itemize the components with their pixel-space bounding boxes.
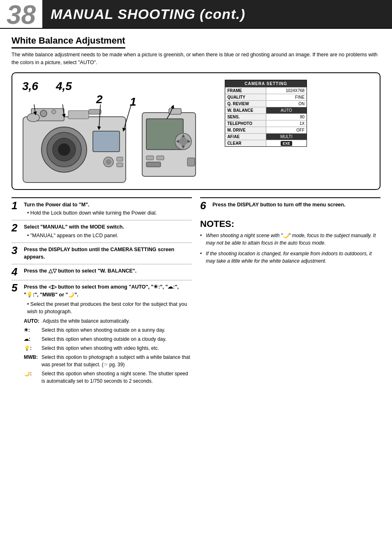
settings-label-quality: QUALITY: [225, 94, 266, 100]
svg-point-6: [58, 143, 70, 156]
page-number: 38: [0, 0, 42, 28]
settings-row-sens: SENS. 80: [225, 113, 307, 120]
option-mwb-text: Select this opotion to photograph a subj…: [42, 354, 192, 368]
settings-value-quality: FINE: [266, 94, 307, 100]
step-5-num: 5: [12, 282, 21, 385]
svg-rect-11: [117, 163, 123, 167]
settings-label-clear: CLEAR: [225, 140, 266, 146]
step-6: 6 Press the DISPLAY button to turn off t…: [200, 197, 380, 214]
option-night-text: Select this opotion when shooting a nigh…: [42, 370, 192, 385]
steps-right: 6 Press the DISPLAY button to turn off t…: [200, 197, 380, 388]
step-label-36: 3,6: [22, 80, 38, 93]
settings-label-telephoto: TELEPHOTO: [225, 120, 266, 127]
step-2-content: Select "MANUAL" with the MODE switch. "M…: [24, 223, 192, 240]
step-1-main: Turn the Power dial to "M".: [24, 202, 90, 208]
page-title: MANUAL SHOOTING (cont.): [42, 0, 392, 28]
step-1-num: 1: [12, 200, 21, 217]
settings-row-frame: FRAME 1024X768: [225, 87, 307, 94]
option-sunny-label: ☀:: [24, 326, 38, 334]
notes-title: NOTES:: [200, 219, 380, 229]
step-3: 3 Press the DISPLAY button until the CAM…: [12, 243, 192, 264]
settings-value-clear: EXE: [266, 140, 307, 146]
settings-value-qreview: ON: [266, 101, 307, 107]
step-4-main: Press the △▽ button to select "W. BALANC…: [24, 268, 136, 274]
option-light-text: Select this option when shooting with vi…: [42, 344, 192, 352]
svg-point-9: [106, 159, 111, 165]
step-1-sub-1: Hold the Lock button down while turning …: [27, 209, 192, 217]
note-1: When shooting a night scene with "🌙" mod…: [200, 232, 380, 247]
settings-value-wbalance: AUTO: [266, 107, 307, 113]
step-label-45: 4,5: [56, 80, 72, 93]
option-light: 💡: Select this option when shooting with…: [24, 344, 192, 352]
camera-settings-table: CAMERA SETTING FRAME 1024X768 QUALITY FI…: [225, 80, 307, 147]
option-auto-text: Adjusts the white balance automatically.: [43, 317, 192, 325]
step-2-num: 2: [12, 222, 21, 240]
settings-row-mdrive: M. DRIVE OFF: [225, 127, 307, 133]
step-4-content: Press the △▽ button to select "W. BALANC…: [24, 267, 192, 277]
option-cloudy: ☁: Select this option when shooting outs…: [24, 335, 192, 343]
option-night: 🌙: Select this opotion when shooting a n…: [24, 370, 192, 385]
settings-label-wbalance: W. BALANCE: [225, 107, 266, 113]
settings-label-qreview: Q. REVIEW: [225, 101, 266, 107]
diagram-right: CAMERA SETTING FRAME 1024X768 QUALITY FI…: [225, 80, 373, 147]
step-5-sub-1: Select the preset that produces the best…: [27, 300, 192, 316]
option-sunny: ☀: Select this option when shooting outs…: [24, 326, 192, 334]
notes-section: NOTES: When shooting a night scene with …: [200, 219, 380, 265]
svg-rect-31: [187, 158, 195, 166]
step-3-content: Press the DISPLAY button until the CAMER…: [24, 246, 192, 261]
settings-value-telephoto: 1X: [266, 120, 307, 127]
note-2: If the shooting location is changed, for…: [200, 250, 380, 265]
steps-left: 1 Turn the Power dial to "M". Hold the L…: [12, 197, 192, 388]
svg-rect-28: [146, 156, 154, 160]
step-1-content: Turn the Power dial to "M". Hold the Loc…: [24, 201, 192, 217]
settings-row-afae: AF/AE MULTI: [225, 133, 307, 140]
settings-label-mdrive: M. DRIVE: [225, 127, 266, 133]
step-2-sub-1: "MANUAL" appears on the LCD panel.: [27, 232, 192, 240]
option-light-label: 💡:: [24, 344, 38, 352]
camera-back-svg: [138, 104, 212, 187]
diagram-left: 3,6 4,5 2 1: [19, 80, 217, 183]
step-6-main: Press the DISPLAY button to turn off the…: [212, 202, 346, 208]
step-4-num: 4: [12, 266, 21, 277]
settings-value-afae: MULTI: [266, 134, 307, 140]
steps-section: 1 Turn the Power dial to "M". Hold the L…: [12, 197, 380, 388]
step-6-num: 6: [200, 200, 209, 211]
svg-rect-14: [89, 109, 101, 114]
settings-value-frame: 1024X768: [266, 88, 307, 94]
svg-point-12: [40, 110, 47, 117]
option-mwb-label: MWB:: [24, 354, 38, 368]
camera-diagram: 3,6 4,5 2 1: [12, 72, 380, 190]
svg-point-23: [179, 137, 187, 146]
option-auto: AUTO: Adjusts the white balance automati…: [24, 317, 192, 325]
svg-rect-29: [157, 156, 164, 160]
step-3-num: 3: [12, 245, 21, 261]
step-4: 4 Press the △▽ button to select "W. BALA…: [12, 264, 192, 280]
option-mwb: MWB: Select this opotion to photograph a…: [24, 354, 192, 368]
option-night-label: 🌙:: [24, 370, 38, 385]
svg-rect-30: [146, 162, 161, 167]
settings-value-mdrive: OFF: [266, 127, 307, 133]
step-2: 2 Select "MANUAL" with the MODE switch. …: [12, 220, 192, 243]
step-5: 5 Press the ◁▷ button to select from amo…: [12, 280, 192, 388]
camera-settings-header: CAMERA SETTING: [225, 80, 307, 87]
step-2-main: Select "MANUAL" with the MODE switch.: [24, 224, 124, 230]
settings-label-afae: AF/AE: [225, 134, 266, 140]
option-auto-label: AUTO:: [24, 317, 39, 325]
step-3-main: Press the DISPLAY button until the CAMER…: [24, 247, 174, 260]
settings-value-sens: 80: [266, 114, 307, 120]
page-header: 38 MANUAL SHOOTING (cont.): [0, 0, 392, 29]
step-5-content: Press the ◁▷ button to select from among…: [24, 283, 192, 385]
section-title: White Balance Adjustment: [12, 35, 125, 49]
step-6-content: Press the DISPLAY button to turn off the…: [212, 201, 380, 211]
settings-label-sens: SENS.: [225, 114, 266, 120]
notes-list: When shooting a night scene with "🌙" mod…: [200, 232, 380, 265]
option-cloudy-label: ☁:: [24, 335, 38, 343]
settings-row-quality: QUALITY FINE: [225, 94, 307, 100]
settings-row-telephoto: TELEPHOTO 1X: [225, 120, 307, 127]
svg-rect-2: [68, 111, 89, 119]
step-5-main: Press the ◁▷ button to select from among…: [24, 284, 179, 298]
settings-label-frame: FRAME: [225, 88, 266, 94]
step-1: 1 Turn the Power dial to "M". Hold the L…: [12, 197, 192, 220]
exe-badge: EXE: [281, 141, 292, 146]
option-cloudy-text: Select this option when shooting outside…: [42, 335, 192, 343]
